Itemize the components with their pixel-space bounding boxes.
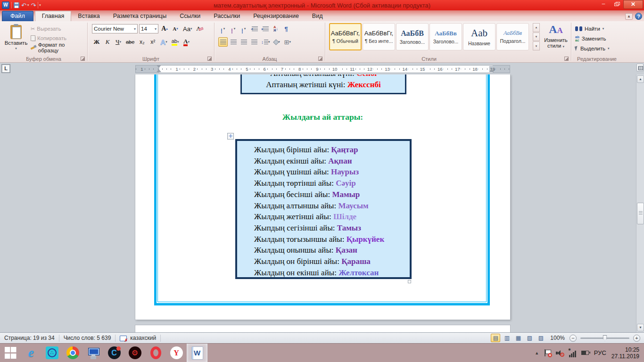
- proofing-status[interactable]: казахский: [116, 333, 160, 343]
- tab-вид[interactable]: Вид: [305, 11, 330, 21]
- subscript-button[interactable]: х₂: [137, 37, 147, 47]
- tray-expand-icon[interactable]: ▲: [535, 351, 539, 355]
- tab-ссылки[interactable]: Ссылки: [173, 11, 207, 21]
- change-styles-button[interactable]: АА Изменить стили ▾: [542, 23, 570, 57]
- battery-icon[interactable]: [581, 351, 589, 355]
- tab-рецензирование[interactable]: Рецензирование: [247, 11, 305, 21]
- change-case-button[interactable]: Аа▾: [182, 24, 194, 33]
- close-button[interactable]: ✕: [623, 0, 643, 9]
- zoom-level[interactable]: 100%: [547, 335, 568, 341]
- clear-formatting-button[interactable]: А: [195, 24, 205, 33]
- qat-customize-icon[interactable]: ▾: [39, 3, 41, 7]
- action-center-icon[interactable]: ✕: [544, 349, 551, 356]
- text-effects-button[interactable]: А▾: [159, 37, 168, 47]
- redo-icon[interactable]: ↷: [31, 2, 36, 9]
- internet-explorer-taskbar-icon[interactable]: [21, 344, 41, 362]
- minimize-button[interactable]: –: [597, 0, 610, 9]
- style-заголово[interactable]: АаБбВвЗаголово...: [429, 23, 462, 50]
- ruler-toggle-button[interactable]: [636, 64, 644, 72]
- increase-indent-button[interactable]: ▸: [260, 24, 270, 33]
- sort-button[interactable]: АЯ↓: [271, 24, 281, 33]
- volume-muted-icon[interactable]: [556, 349, 564, 356]
- styles-scroll-up-icon[interactable]: ▲: [533, 23, 540, 32]
- styles-dialog-launcher-icon[interactable]: [564, 57, 569, 61]
- undo-icon[interactable]: ↶: [21, 2, 26, 9]
- opera-taskbar-icon[interactable]: [145, 344, 166, 362]
- box-resize-handle[interactable]: [408, 280, 411, 283]
- font-dialog-launcher-icon[interactable]: [207, 57, 212, 61]
- tab-файл[interactable]: Файл: [2, 11, 33, 21]
- web-layout-view-button[interactable]: ▦: [513, 334, 523, 342]
- tab-вставка[interactable]: Вставка: [71, 11, 106, 21]
- vertical-scrollbar[interactable]: ▲ ▼: [636, 74, 644, 332]
- weekday-text-box[interactable]: Аптаның алтыншы күні: Сенбі Аптаның жеті…: [240, 74, 406, 94]
- ccleaner-taskbar-icon[interactable]: [104, 344, 124, 362]
- shrink-font-button[interactable]: А▾: [171, 24, 180, 33]
- line-spacing-button[interactable]: ↕▾: [260, 37, 272, 47]
- grow-font-button[interactable]: А▴: [160, 24, 169, 33]
- tab-главная[interactable]: Главная: [35, 11, 72, 21]
- find-button[interactable]: Найти▾: [575, 24, 622, 33]
- undo-dropdown-icon[interactable]: ▾: [27, 3, 29, 7]
- cut-button[interactable]: ✂Вырезать: [29, 24, 87, 33]
- align-center-button[interactable]: [229, 37, 238, 47]
- iobit-driver-taskbar-icon[interactable]: [124, 344, 145, 362]
- hanging-indent-marker[interactable]: [157, 69, 161, 72]
- highlight-color-button[interactable]: ab▾: [170, 37, 181, 47]
- borders-button[interactable]: ⊞▾: [283, 37, 292, 47]
- table-move-handle-icon[interactable]: ✛: [227, 133, 234, 140]
- style-подзагол[interactable]: АаБбВвПодзагол...: [496, 23, 529, 50]
- select-button[interactable]: Выделить▾: [575, 44, 622, 53]
- document-page[interactable]: Аптаның алтыншы күні: Сенбі Аптаның жеті…: [135, 74, 510, 320]
- first-line-indent-marker[interactable]: [157, 65, 161, 68]
- network-signal-icon[interactable]: [569, 349, 576, 357]
- clipboard-dialog-launcher-icon[interactable]: [81, 57, 85, 61]
- show-paragraph-marks-button[interactable]: ¶: [281, 24, 291, 33]
- scroll-down-icon[interactable]: ▼: [637, 324, 644, 331]
- horizontal-ruler[interactable]: 112345678910111213141516171819: [135, 65, 510, 73]
- word-app-icon[interactable]: W: [2, 1, 9, 9]
- strikethrough-button[interactable]: abe: [124, 37, 136, 47]
- shading-button[interactable]: ▾: [272, 37, 282, 47]
- multilevel-list-button[interactable]: ▾: [239, 24, 248, 33]
- help-icon[interactable]: ?: [635, 13, 642, 20]
- restore-button[interactable]: [610, 0, 623, 9]
- clock[interactable]: 10:25 27.11.2019: [611, 346, 639, 360]
- zoom-slider-thumb[interactable]: [603, 335, 607, 341]
- zoom-slider[interactable]: [580, 337, 629, 339]
- fullscreen-reading-view-button[interactable]: ▥: [502, 334, 512, 342]
- zoom-in-button[interactable]: +: [633, 335, 640, 342]
- font-name-combo[interactable]: Courier New▾: [92, 24, 138, 33]
- scrollbar-thumb[interactable]: [637, 203, 644, 224]
- paragraph-dialog-launcher-icon[interactable]: [318, 57, 322, 61]
- months-text-box[interactable]: Жылдың бірінші айы: ҚаңтарЖылдың екінші …: [235, 139, 412, 279]
- chrome-taskbar-icon[interactable]: [62, 344, 83, 362]
- style-название[interactable]: АabНазвание: [463, 23, 495, 50]
- style-без-инте[interactable]: АаБбВвГг,¶ Без инте...: [363, 23, 395, 50]
- styles-more-icon[interactable]: ▼: [533, 41, 540, 50]
- draft-view-button[interactable]: ▨: [536, 334, 545, 342]
- scroll-up-icon[interactable]: ▲: [637, 75, 644, 83]
- italic-button[interactable]: К: [103, 37, 112, 47]
- page-indicator[interactable]: Страница: 19 из 34: [0, 333, 59, 343]
- start-taskbar-icon[interactable]: [0, 344, 21, 362]
- tab-рассылки[interactable]: Рассылки: [207, 11, 247, 21]
- justify-button[interactable]: [249, 37, 259, 47]
- align-left-button[interactable]: [218, 37, 228, 47]
- style-заголово[interactable]: АаБбВЗаголово...: [396, 23, 429, 50]
- tab-разметка-страницы[interactable]: Разметка страницы: [107, 11, 173, 21]
- word-count[interactable]: Число слов: 5 639: [59, 333, 116, 343]
- paste-button[interactable]: Вставить ▾: [5, 24, 27, 58]
- bold-button[interactable]: Ж: [92, 37, 101, 47]
- font-size-combo[interactable]: 14▾: [139, 24, 158, 33]
- yandex-browser-taskbar-icon[interactable]: [166, 344, 187, 362]
- format-painter-button[interactable]: Формат по образцу: [29, 43, 87, 52]
- bullets-button[interactable]: ▾: [218, 24, 228, 33]
- save-icon[interactable]: [14, 2, 19, 8]
- styles-scroll-down-icon[interactable]: ▼: [533, 33, 540, 41]
- decrease-indent-button[interactable]: ◂: [249, 24, 259, 33]
- right-indent-marker[interactable]: [489, 69, 494, 72]
- replace-button[interactable]: abacЗаменить: [575, 34, 622, 43]
- zoom-out-button[interactable]: −: [570, 335, 577, 342]
- word-taskbar-icon[interactable]: [187, 344, 207, 362]
